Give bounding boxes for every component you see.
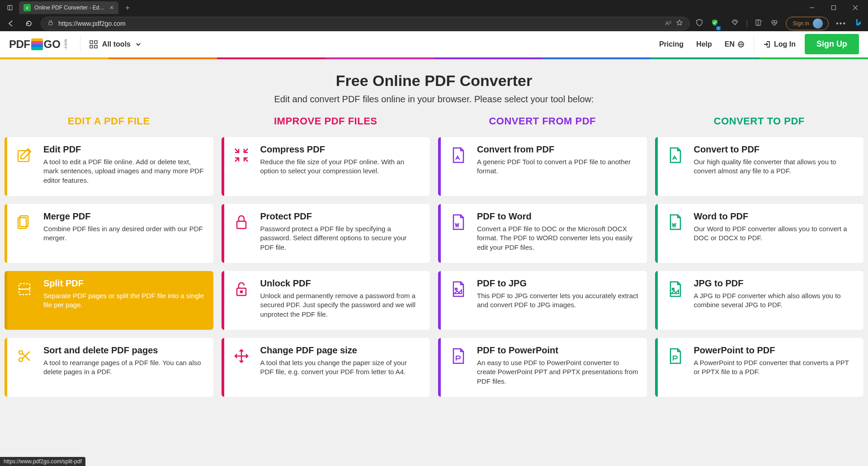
new-tab-button[interactable]: ＋ [121,1,134,14]
svg-rect-12 [90,41,93,43]
globe-icon [737,41,745,48]
card-sort-pdf[interactable]: Sort and delete PDF pagesA tool to rearr… [5,338,213,397]
language-selector[interactable]: EN [725,40,745,48]
signin-button[interactable]: Sign in [786,17,829,30]
adblock-icon[interactable]: 2 [711,19,723,29]
url-text: https://www.pdf2go.com [58,20,661,27]
signup-button[interactable]: Sign Up [805,34,859,54]
card-title: Convert from PDF [477,144,639,155]
edit-icon [15,144,35,188]
card-title: PDF to JPG [477,278,639,289]
card-desc: A generic PDF Tool to convert a PDF file… [477,157,639,176]
read-aloud-icon[interactable]: A)) [665,20,671,27]
card-jpg-to-pdf[interactable]: JPG to PDFA JPG to PDF converter which a… [655,271,864,330]
unlock-icon [232,278,252,322]
url-field[interactable]: https://www.pdf2go.com A)) [41,17,690,30]
extension-icon[interactable] [731,19,739,29]
chevron-down-icon [135,41,142,48]
tab-bar: 2 Online PDF Converter - Edit, rota ✕ ＋ [0,0,868,15]
rainbow-divider [0,57,868,59]
logo-pre: PDF [9,38,30,51]
card-title: Split PDF [43,278,205,289]
card-desc: Reduce the file size of your PDF online.… [260,157,422,176]
card-convert-to-pdf[interactable]: Convert to PDFOur high quality file conv… [655,137,864,196]
page-title: Free Online PDF Converter [9,72,859,90]
close-window-icon[interactable] [846,1,864,14]
col-header-to: CONVERT TO PDF [655,115,864,127]
svg-point-28 [672,288,674,290]
all-tools-dropdown[interactable]: All tools [90,40,142,48]
card-title: PDF to Word [477,211,639,222]
resize-icon [232,345,252,389]
close-tab-icon[interactable]: ✕ [109,5,114,11]
refresh-icon[interactable] [23,17,35,30]
page-content: PDF GO .com All tools Pricing Help EN Lo… [0,31,868,466]
card-title: Edit PDF [43,144,205,155]
card-desc: A tool that lets you change the paper si… [260,358,422,377]
login-link[interactable]: Log In [763,40,796,48]
svg-rect-5 [832,6,836,10]
shield-icon[interactable] [695,19,703,29]
lang-label: EN [725,40,735,48]
card-word-to-pdf[interactable]: Word to PDFOur Word to PDF converter all… [655,204,864,263]
pricing-link[interactable]: Pricing [659,40,684,48]
more-icon[interactable]: ••• [836,19,846,28]
card-ppt-to-pdf[interactable]: PowerPoint to PDFA PowerPoint to PDF con… [655,338,864,397]
card-split-pdf[interactable]: Split PDFSeparate PDF pages or split the… [5,271,213,330]
pdf-file-icon [449,144,469,188]
svg-point-26 [241,291,242,293]
svg-rect-19 [18,151,29,162]
card-compress-pdf[interactable]: Compress PDFReduce the file size of your… [222,137,430,196]
card-protect-pdf[interactable]: Protect PDFPassword protect a PDF file b… [222,204,430,263]
favorite-icon[interactable] [676,19,683,28]
card-desc: This PDF to JPG converter lets you accur… [477,291,639,310]
pdf-file-icon [666,144,686,188]
grid-icon [90,40,98,48]
card-desc: An easy to use PDF to PowerPoint convert… [477,358,639,386]
card-title: JPG to PDF [694,278,856,289]
split-icon [15,278,35,322]
page-subtitle: Edit and convert PDF files online in you… [9,94,859,105]
svg-rect-0 [8,5,12,10]
tab-actions-icon[interactable] [4,1,16,14]
card-title: PowerPoint to PDF [694,345,856,356]
tab-title: Online PDF Converter - Edit, rota [34,5,106,11]
card-desc: Our high quality file converter that all… [694,157,856,176]
card-unlock-pdf[interactable]: Unlock PDFUnlock and permanently remove … [222,271,430,330]
svg-point-27 [455,288,457,290]
card-pdf-to-jpg[interactable]: PDF to JPGThis PDF to JPG converter lets… [438,271,647,330]
card-pdf-to-ppt[interactable]: PDF to PowerPointAn easy to use PDF to P… [438,338,647,397]
card-desc: Password protect a PDF file by specifyin… [260,224,422,252]
ppt-file-icon [449,345,469,389]
heart-icon[interactable] [770,19,778,29]
card-merge-pdf[interactable]: Merge PDFCombine PDF files in any desire… [5,204,213,263]
collections-icon[interactable] [755,19,763,29]
card-change-size[interactable]: Change PDF page sizeA tool that lets you… [222,338,430,397]
browser-tab[interactable]: 2 Online PDF Converter - Edit, rota ✕ [19,1,118,14]
col-header-improve: IMPROVE PDF FILES [222,115,430,127]
back-icon[interactable] [5,17,17,30]
col-header-edit: EDIT A PDF FILE [5,115,213,127]
divider [754,35,754,53]
logo-suffix: .com [63,38,67,50]
login-label: Log In [774,40,796,48]
svg-rect-14 [90,45,93,48]
card-desc: A tool to rearrange pages of a PDF file.… [43,358,205,377]
card-title: Unlock PDF [260,278,422,289]
lock-icon [232,211,252,255]
card-desc: Our Word to PDF converter allows you to … [694,224,856,243]
word-file-icon [666,211,686,255]
card-title: Convert to PDF [694,144,856,155]
card-desc: Separate PDF pages or split the PDF file… [43,291,205,310]
maximize-icon[interactable] [825,1,843,14]
bing-icon[interactable] [854,18,863,29]
site-logo[interactable]: PDF GO .com [9,38,71,51]
word-file-icon [449,211,469,255]
card-edit-pdf[interactable]: Edit PDFA tool to edit a PDF file online… [5,137,213,196]
help-link[interactable]: Help [696,40,712,48]
card-title: Protect PDF [260,211,422,222]
card-convert-from-pdf[interactable]: Convert from PDFA generic PDF Tool to co… [438,137,647,196]
minimize-icon[interactable] [803,1,821,14]
card-pdf-to-word[interactable]: PDF to WordConvert a PDF file to DOC or … [438,204,647,263]
card-desc: Convert a PDF file to DOC or the Microso… [477,224,639,252]
